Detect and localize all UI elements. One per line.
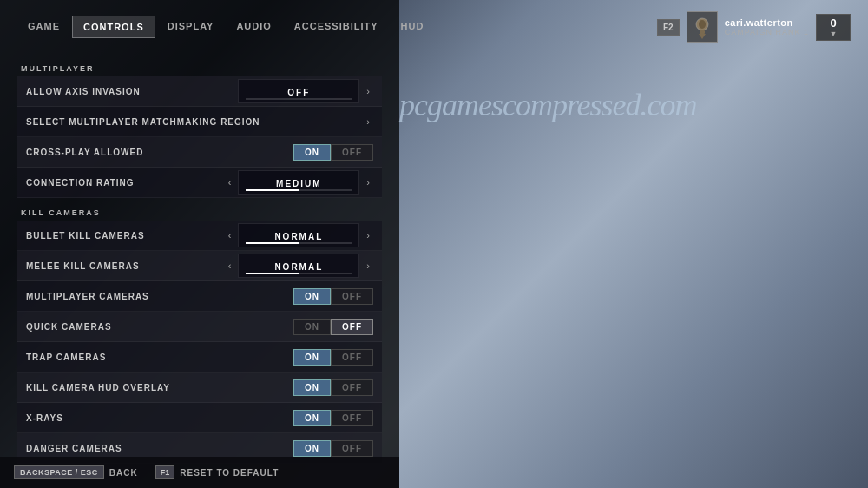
right-arrow-melee[interactable]: › xyxy=(363,260,373,271)
label-xrays: X-RAYS xyxy=(26,413,293,423)
back-label[interactable]: BACK xyxy=(109,468,138,478)
row-crossplay: CROSS-PLAY ALLOWED ON OFF xyxy=(17,137,382,168)
slider-right-arrow-axis[interactable]: › xyxy=(363,86,373,96)
xrays-on[interactable]: ON xyxy=(293,410,331,426)
section-multiplayer: MULTIPLAYER xyxy=(17,57,382,76)
row-matchmaking-region: SELECT MULTIPLAYER MATCHMAKING REGION › xyxy=(17,107,382,137)
row-quick-cameras: QUICK CAMERAS ON OFF xyxy=(17,312,382,342)
crossplay-off[interactable]: OFF xyxy=(331,144,373,161)
right-arrow-bullet[interactable]: › xyxy=(363,230,373,241)
reset-key-badge: F1 xyxy=(155,465,175,479)
slider-val-bullet: NORMAL xyxy=(274,232,323,241)
slider-bullet-cameras: ‹ NORMAL › xyxy=(200,223,373,247)
slider-val-axis: OFF xyxy=(287,88,310,97)
row-connection-rating: CONNECTION RATING ‹ MEDIUM › xyxy=(17,168,382,198)
label-multiplayer-cameras: MULTIPLAYER CAMERAS xyxy=(26,292,293,301)
row-bullet-kill-cameras: BULLET KILL CAMERAS ‹ NORMAL › xyxy=(17,221,382,251)
left-arrow-bullet[interactable]: ‹ xyxy=(225,230,235,241)
toggle-quick-cameras: ON OFF xyxy=(293,319,373,335)
arrow-matchmaking[interactable]: › xyxy=(363,116,373,127)
tab-game[interactable]: GAME xyxy=(17,16,70,38)
trapcam-on[interactable]: ON xyxy=(293,349,331,366)
settings-panel: MULTIPLAYER ALLOW AXIS INVASION OFF › SE… xyxy=(17,54,382,453)
toggle-crossplay: ON OFF xyxy=(293,144,373,161)
svg-marker-3 xyxy=(699,34,706,39)
tab-display[interactable]: DISPLAY xyxy=(157,16,225,38)
toggle-kill-camera-hud: ON OFF xyxy=(293,379,373,396)
label-melee-kill-cameras: MELEE KILL CAMERAS xyxy=(26,261,200,271)
crossplay-on[interactable]: ON xyxy=(293,144,331,161)
toggle-danger-cameras: ON OFF xyxy=(293,440,373,457)
slider-fill-melee xyxy=(246,273,299,274)
tab-hud[interactable]: HUD xyxy=(391,16,435,38)
quickcam-on[interactable]: ON xyxy=(293,319,331,335)
label-danger-cameras: DANGER CAMERAS xyxy=(26,444,293,453)
row-trap-cameras: TRAP CAMERAS ON OFF xyxy=(17,342,382,373)
killhud-on[interactable]: ON xyxy=(293,379,331,396)
slider-fill-conn xyxy=(246,189,299,191)
slider-connection: ‹ MEDIUM › xyxy=(200,170,373,195)
left-arrow-melee[interactable]: ‹ xyxy=(225,260,235,271)
slider-box-bullet: NORMAL xyxy=(238,223,359,247)
reset-label[interactable]: RESET TO DEFAULT xyxy=(180,468,279,478)
row-kill-camera-hud: KILL CAMERA HUD OVERLAY ON OFF xyxy=(17,373,382,403)
ui-container: GAME CONTROLS DISPLAY AUDIO ACCESSIBILIT… xyxy=(0,0,868,488)
killhud-off[interactable]: OFF xyxy=(331,379,373,396)
slider-val-melee: NORMAL xyxy=(274,262,323,272)
profile-info: cari.watterton CAMPAIGN RANK 1 xyxy=(725,17,809,36)
tab-controls[interactable]: CONTROLS xyxy=(72,16,155,38)
profile-name: cari.watterton xyxy=(725,17,809,28)
nav-tabs: GAME CONTROLS DISPLAY AUDIO ACCESSIBILIT… xyxy=(17,16,434,38)
slider-axis-invasion: OFF › xyxy=(200,79,373,103)
xrays-off[interactable]: OFF xyxy=(331,410,373,426)
label-bullet-kill-cameras: BULLET KILL CAMERAS xyxy=(26,231,200,241)
svg-point-1 xyxy=(699,20,706,29)
reset-action: F1 RESET TO DEFAULT xyxy=(155,465,279,479)
dangercam-on[interactable]: ON xyxy=(293,440,331,457)
label-trap-cameras: TRAP CAMERAS xyxy=(26,353,293,362)
score-value: 0 xyxy=(830,16,836,30)
slider-fill-bullet xyxy=(246,242,299,244)
profile-area: F2 cari.watterton CAMPAIGN RANK 1 0 ▼ xyxy=(657,11,851,43)
label-allow-axis-invasion: ALLOW AXIS INVASION xyxy=(26,87,200,96)
profile-rank: CAMPAIGN RANK 1 xyxy=(725,28,809,36)
slider-bar-conn xyxy=(246,189,352,191)
section-kill-cameras: KILL CAMERAS xyxy=(17,201,382,221)
slider-left-arrow-conn[interactable]: ‹ xyxy=(225,177,235,188)
row-xrays: X-RAYS ON OFF xyxy=(17,403,382,433)
label-connection-rating: CONNECTION RATING xyxy=(26,178,200,188)
bottom-bar: BACKSPACE / ESC BACK F1 RESET TO DEFAULT xyxy=(0,457,399,488)
slider-val-conn: MEDIUM xyxy=(276,179,322,188)
svg-rect-2 xyxy=(700,30,705,34)
slider-box-melee: NORMAL xyxy=(238,254,359,278)
tab-audio[interactable]: AUDIO xyxy=(226,16,281,38)
slider-box-axis: OFF xyxy=(238,79,359,103)
row-allow-axis-invasion: ALLOW AXIS INVASION OFF › xyxy=(17,76,382,107)
toggle-trap-cameras: ON OFF xyxy=(293,349,373,366)
content-area: MULTIPLAYER ALLOW AXIS INVASION OFF › SE… xyxy=(0,54,868,488)
row-melee-kill-cameras: MELEE KILL CAMERAS ‹ NORMAL › xyxy=(17,251,382,281)
slider-right-arrow-conn[interactable]: › xyxy=(363,177,373,188)
score-arrow: ▼ xyxy=(830,30,838,38)
back-key-badge: BACKSPACE / ESC xyxy=(14,465,104,479)
label-crossplay: CROSS-PLAY ALLOWED xyxy=(26,148,293,157)
quickcam-off[interactable]: OFF xyxy=(331,319,373,335)
tab-accessibility[interactable]: ACCESSIBILITY xyxy=(284,16,389,38)
slider-box-conn: MEDIUM xyxy=(238,170,359,195)
slider-bar-melee xyxy=(246,273,352,274)
multicam-off[interactable]: OFF xyxy=(331,288,373,305)
label-quick-cameras: QUICK CAMERAS xyxy=(26,322,293,332)
label-kill-camera-hud: KILL CAMERA HUD OVERLAY xyxy=(26,383,293,392)
slider-bar-bullet xyxy=(246,242,352,244)
top-nav: GAME CONTROLS DISPLAY AUDIO ACCESSIBILIT… xyxy=(0,0,868,54)
dangercam-off[interactable]: OFF xyxy=(331,440,373,457)
row-multiplayer-cameras: MULTIPLAYER CAMERAS ON OFF xyxy=(17,281,382,312)
profile-icon xyxy=(687,11,718,43)
slider-melee-cameras: ‹ NORMAL › xyxy=(200,254,373,278)
toggle-multiplayer-cameras: ON OFF xyxy=(293,288,373,305)
trapcam-off[interactable]: OFF xyxy=(331,349,373,366)
toggle-xrays: ON OFF xyxy=(293,410,373,426)
f2-badge[interactable]: F2 xyxy=(657,19,680,36)
multicam-on[interactable]: ON xyxy=(293,288,331,305)
back-action: BACKSPACE / ESC BACK xyxy=(14,465,138,479)
